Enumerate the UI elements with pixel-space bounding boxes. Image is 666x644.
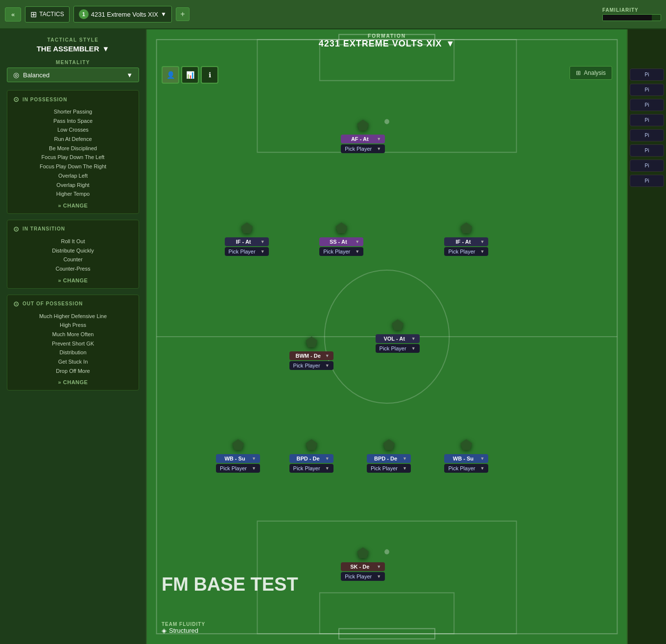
- sidebar-list-item: Overlap Left: [13, 171, 133, 181]
- pick-dropdown-arrow-rif: ▼: [480, 249, 484, 254]
- add-tab-button[interactable]: +: [176, 7, 190, 21]
- role-box-lcb[interactable]: BPD - De ▼: [289, 454, 333, 463]
- player-card-rcb: ⬟ BPD - De ▼ Pick Player ▼: [367, 437, 411, 473]
- sidebar: TACTICAL STYLE THE ASSEMBLER ▼ MENTALITY…: [0, 29, 147, 644]
- role-box-bwm[interactable]: BWM - De ▼: [289, 351, 333, 360]
- shirt-icon-rcb: ⬟: [383, 437, 395, 453]
- player-card-lb: ⬟ WB - Su ▼ Pick Player ▼: [216, 437, 260, 473]
- role-box-gk[interactable]: SK - De ▼: [341, 562, 385, 571]
- sidebar-list-item: High Press: [13, 321, 133, 330]
- role-text-rcb: BPD - De: [371, 456, 401, 461]
- right-pick-1[interactable]: Pi: [630, 69, 664, 81]
- mentality-select[interactable]: ◎ Balanced ▼: [7, 68, 139, 82]
- role-box-af[interactable]: AF - At ▼: [341, 135, 385, 143]
- formation-header: FORMATION 4231 EXTREME VOLTS XIX ▼: [147, 29, 627, 51]
- view-info-btn[interactable]: ℹ: [201, 66, 218, 84]
- pick-player-label-rif: Pick Player: [448, 249, 475, 254]
- role-dropdown-arrow-rif: ▼: [480, 239, 484, 244]
- formation-tab[interactable]: 1 4231 Extreme Volts XIX ▼: [73, 6, 172, 23]
- role-text-rif: IF - At: [448, 239, 478, 245]
- in-possession-items: Shorter PassingPass Into SpaceLow Crosse…: [13, 107, 133, 199]
- player-card-af: ⬟ AF - At ▼ Pick Player ▼: [341, 117, 385, 153]
- right-pick-4[interactable]: Pi: [630, 114, 664, 126]
- pick-player-box-vol[interactable]: Pick Player ▼: [376, 344, 420, 353]
- transition-change-btn[interactable]: » CHANGE: [13, 277, 133, 283]
- back-button[interactable]: «: [5, 7, 21, 22]
- sidebar-list-item: Shorter Passing: [13, 107, 133, 116]
- shirt-icon-ss: ⬟: [335, 220, 347, 236]
- in-possession-section: ⊙ IN POSSESSION Shorter PassingPass Into…: [7, 90, 139, 214]
- right-pick-5[interactable]: Pi: [630, 129, 664, 141]
- formation-tab-name: 4231 Extreme Volts XIX: [91, 11, 158, 18]
- role-box-rif[interactable]: IF - At ▼: [444, 237, 488, 246]
- familiarity-label: FAMILIARITY: [602, 7, 639, 13]
- pick-dropdown-arrow-lif: ▼: [261, 249, 265, 254]
- style-selector[interactable]: THE ASSEMBLER ▼: [7, 45, 139, 53]
- shirt-icon-rb: ⬟: [460, 437, 472, 453]
- role-text-vol: VOL - At: [380, 336, 409, 342]
- right-pick-2[interactable]: Pi: [630, 84, 664, 96]
- right-pick-6[interactable]: Pi: [630, 144, 664, 157]
- tactical-style-label: TACTICAL STYLE: [7, 37, 139, 43]
- pick-dropdown-arrow-gk: ▼: [377, 574, 381, 579]
- tactics-label: TACTICS: [39, 11, 64, 18]
- familiarity-bar-container: [602, 14, 661, 21]
- view-stats-btn[interactable]: 📊: [181, 66, 199, 84]
- role-dropdown-arrow-lif: ▼: [261, 239, 265, 244]
- right-pick-8[interactable]: Pi: [630, 175, 664, 187]
- pick-player-box-lcb[interactable]: Pick Player ▼: [289, 464, 333, 473]
- possession-icon: ⊙: [13, 95, 20, 103]
- pick-dropdown-arrow-ss: ▼: [355, 249, 359, 254]
- role-box-vol[interactable]: VOL - At ▼: [376, 334, 420, 343]
- possession-change-btn[interactable]: » CHANGE: [13, 203, 133, 208]
- pick-player-label-rb: Pick Player: [448, 465, 475, 471]
- shirt-icon-bwm: ⬟: [306, 334, 317, 350]
- out-possession-change-btn[interactable]: » CHANGE: [13, 379, 133, 385]
- sidebar-list-item: Run At Defence: [13, 135, 133, 144]
- pick-player-box-rb[interactable]: Pick Player ▼: [444, 464, 488, 473]
- familiarity-section: FAMILIARITY: [602, 7, 661, 21]
- formation-sub-label: FORMATION: [147, 33, 627, 39]
- role-box-rcb[interactable]: BPD - De ▼: [367, 454, 411, 463]
- pick-player-box-rif[interactable]: Pick Player ▼: [444, 247, 488, 256]
- style-name: THE ASSEMBLER: [37, 45, 99, 53]
- right-pick-3[interactable]: Pi: [630, 99, 664, 111]
- role-text-lcb: BPD - De: [293, 456, 323, 461]
- role-text-gk: SK - De: [345, 564, 375, 570]
- sidebar-list-item: Much More Often: [13, 330, 133, 339]
- formation-tab-chevron: ▼: [161, 11, 166, 18]
- view-toggles: 👤 📊 ℹ: [162, 66, 218, 84]
- pick-player-label-lcb: Pick Player: [293, 465, 320, 471]
- role-box-ss[interactable]: SS - At ▼: [319, 237, 363, 246]
- pick-player-box-lif[interactable]: Pick Player ▼: [225, 247, 269, 256]
- pick-dropdown-arrow-af: ▼: [377, 146, 381, 151]
- pick-player-box-rcb[interactable]: Pick Player ▼: [367, 464, 411, 473]
- role-dropdown-arrow-gk: ▼: [377, 564, 381, 569]
- sidebar-list-item: Low Crosses: [13, 125, 133, 135]
- role-box-lb[interactable]: WB - Su ▼: [216, 454, 260, 463]
- pick-player-box-af[interactable]: Pick Player ▼: [341, 144, 385, 153]
- pick-player-box-bwm[interactable]: Pick Player ▼: [289, 361, 333, 370]
- right-pick-7[interactable]: Pi: [630, 160, 664, 172]
- role-text-ss: SS - At: [323, 239, 353, 245]
- pick-dropdown-arrow-bwm: ▼: [325, 363, 330, 368]
- sidebar-list-item: Focus Play Down The Left: [13, 153, 133, 162]
- view-players-btn[interactable]: 👤: [162, 66, 179, 84]
- player-card-rif: ⬟ IF - At ▼ Pick Player ▼: [444, 220, 488, 256]
- pick-player-box-ss[interactable]: Pick Player ▼: [319, 247, 363, 256]
- pick-player-box-lb[interactable]: Pick Player ▼: [216, 464, 260, 473]
- role-box-lif[interactable]: IF - At ▼: [225, 237, 269, 246]
- role-box-rb[interactable]: WB - Su ▼: [444, 454, 488, 463]
- formation-name-selector[interactable]: 4231 EXTREME VOLTS XIX ▼: [147, 39, 627, 49]
- role-text-rb: WB - Su: [448, 456, 478, 461]
- tactics-tab[interactable]: ⊞ TACTICS: [25, 6, 69, 23]
- player-card-bwm: ⬟ BWM - De ▼ Pick Player ▼: [289, 334, 333, 370]
- analysis-button[interactable]: ⊞ Analysis: [570, 66, 612, 80]
- shirt-icon-lcb: ⬟: [306, 437, 317, 453]
- sidebar-list-item: Drop Off More: [13, 367, 133, 376]
- pick-player-label-gk: Pick Player: [345, 574, 372, 579]
- transition-icon: ⊙: [13, 225, 20, 233]
- formation-chevron: ▼: [446, 39, 455, 49]
- shirt-icon-rif: ⬟: [460, 220, 472, 236]
- pick-player-box-gk[interactable]: Pick Player ▼: [341, 572, 385, 581]
